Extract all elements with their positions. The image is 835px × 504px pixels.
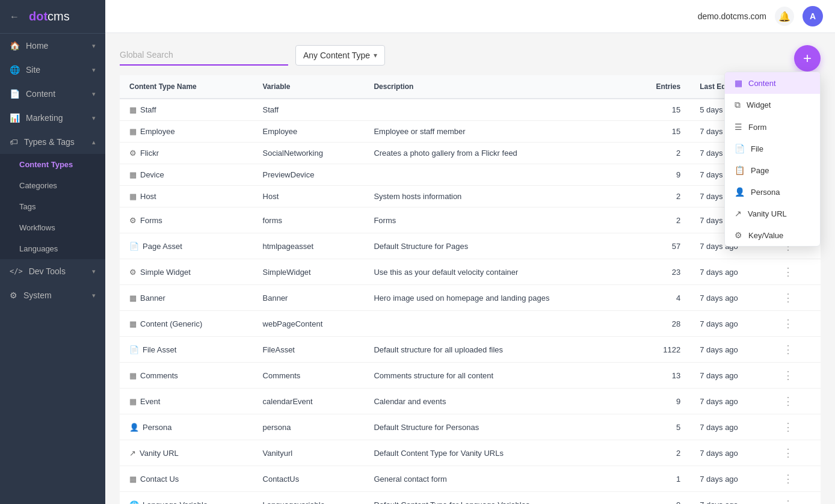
sidebar-item-categories[interactable]: Categories	[0, 175, 105, 196]
row-more-button[interactable]: ⋮	[779, 316, 797, 331]
key-value-icon: ⚙	[735, 230, 742, 240]
cell-variable: SimpleWidget	[253, 259, 365, 285]
cell-more: ⋮	[769, 363, 821, 389]
cell-entries: 1	[630, 466, 690, 492]
sidebar-logo: ← dotcms	[0, 0, 105, 34]
sidebar-item-workflows[interactable]: Workflows	[0, 217, 105, 238]
cell-name: ▦Comments	[120, 363, 253, 389]
cell-name: ▦Contact Us	[120, 466, 253, 492]
dropdown-arrow-icon: ▾	[374, 51, 377, 60]
col-variable: Variable	[253, 75, 365, 99]
col-entries: Entries	[630, 75, 690, 99]
sidebar-item-types-tags[interactable]: 🏷Types & Tags ▴	[0, 130, 105, 154]
row-type-icon: ▦	[129, 293, 137, 303]
cell-more: ⋮	[769, 492, 821, 505]
cell-name: ↗Vanity URL	[120, 440, 253, 466]
notifications-button[interactable]: 🔔	[775, 7, 794, 26]
cell-name: 📄Page Asset	[120, 233, 253, 259]
row-type-icon: 👤	[129, 423, 139, 432]
avatar[interactable]: A	[803, 6, 823, 26]
cell-entries: 23	[630, 259, 690, 285]
sidebar-item-site[interactable]: 🌐Site ▾	[0, 58, 105, 82]
cell-variable: ContactUs	[253, 466, 365, 492]
dropdown-item-form[interactable]: ☰ Form	[725, 116, 820, 138]
cell-description: Default Structure for Personas	[364, 414, 630, 440]
cell-last-edited: 7 days ago	[690, 389, 769, 414]
chevron-icon: ▾	[92, 42, 96, 50]
col-description: Description	[364, 75, 630, 99]
logo-cms: cms	[48, 10, 70, 23]
cell-entries: 2	[630, 207, 690, 233]
search-input[interactable]	[120, 45, 288, 66]
row-type-icon: 📄	[129, 242, 139, 251]
cell-variable: PreviewDevice	[253, 164, 365, 186]
row-more-button[interactable]: ⋮	[779, 394, 797, 408]
cell-description: Use this as your default velocity contai…	[364, 259, 630, 285]
cell-entries: 15	[630, 99, 690, 121]
chevron-icon: ▾	[92, 114, 96, 122]
cell-description: Calendar and events	[364, 389, 630, 414]
table-row: ▦Comments Comments Comments structure fo…	[120, 363, 821, 389]
dropdown-item-key-value[interactable]: ⚙ Key/Value	[725, 224, 820, 246]
content-type-dropdown[interactable]: Any Content Type ▾	[295, 45, 385, 66]
cell-last-edited: 7 days ago	[690, 440, 769, 466]
row-more-button[interactable]: ⋮	[779, 497, 797, 504]
cell-description: Forms	[364, 207, 630, 233]
row-type-icon: 🌐	[129, 500, 139, 505]
cell-entries: 4	[630, 285, 690, 311]
row-more-button[interactable]: ⋮	[779, 472, 797, 486]
dropdown-item-page[interactable]: 📋 Page	[725, 159, 820, 181]
sidebar-item-content[interactable]: 📄Content ▾	[0, 82, 105, 106]
sidebar-item-marketing[interactable]: 📊Marketing ▾	[0, 106, 105, 130]
table-row: 👤Persona persona Default Structure for P…	[120, 414, 821, 440]
dropdown-item-widget[interactable]: ⧉ Widget	[725, 94, 820, 116]
dropdown-item-persona[interactable]: 👤 Persona	[725, 181, 820, 203]
sidebar-item-system[interactable]: ⚙System ▾	[0, 283, 105, 307]
row-type-icon: ▦	[129, 371, 137, 380]
cell-name: 🌐Language Variable	[120, 492, 253, 505]
table-row: ⚙Flickr SocialNetworking Creates a photo…	[120, 143, 821, 164]
sidebar-item-content-types[interactable]: Content Types	[0, 154, 105, 175]
row-more-button[interactable]: ⋮	[779, 265, 797, 279]
dropdown-item-file[interactable]: 📄 File	[725, 138, 820, 159]
table-row: ▦Content (Generic) webPageContent 28 7 d…	[120, 311, 821, 337]
form-icon: ☰	[735, 122, 742, 132]
cell-variable: forms	[253, 207, 365, 233]
cell-variable: FileAsset	[253, 337, 365, 363]
row-more-button[interactable]: ⋮	[779, 446, 797, 460]
row-more-button[interactable]: ⋮	[779, 368, 797, 383]
logo-text: dotcms	[29, 10, 70, 23]
add-new-button[interactable]: +	[794, 45, 821, 72]
cell-description: Default Structure for Pages	[364, 233, 630, 259]
cell-description: Creates a photo gallery from a Flickr fe…	[364, 143, 630, 164]
sidebar-item-dev-tools[interactable]: </>Dev Tools ▾	[0, 259, 105, 283]
row-more-button[interactable]: ⋮	[779, 290, 797, 305]
cell-description: Employee or staff member	[364, 121, 630, 143]
row-type-icon: ⚙	[129, 268, 137, 277]
page-icon: 📋	[735, 165, 745, 175]
cell-variable: htmlpageasset	[253, 233, 365, 259]
cell-more: ⋮	[769, 311, 821, 337]
cell-entries: 57	[630, 233, 690, 259]
table-row: ▦Device PreviewDevice 9 7 days a...	[120, 164, 821, 186]
cell-entries: 1122	[630, 337, 690, 363]
row-type-icon: ▦	[129, 105, 137, 114]
sidebar-item-home[interactable]: 🏠Home ▾	[0, 34, 105, 58]
cell-more: ⋮	[769, 389, 821, 414]
row-more-button[interactable]: ⋮	[779, 342, 797, 357]
row-type-icon: ▦	[129, 397, 137, 406]
sidebar-item-tags[interactable]: Tags	[0, 196, 105, 217]
logo-dot: dot	[29, 10, 48, 23]
back-button[interactable]: ←	[10, 11, 19, 22]
cell-name: ▦Event	[120, 389, 253, 414]
cell-description: General contact form	[364, 466, 630, 492]
row-more-button[interactable]: ⋮	[779, 420, 797, 434]
dropdown-item-content[interactable]: ▦ Content	[725, 72, 820, 94]
table-row: ▦Event calendarEvent Calendar and events…	[120, 389, 821, 414]
cell-description: System hosts information	[364, 186, 630, 207]
table-row: ▦Contact Us ContactUs General contact fo…	[120, 466, 821, 492]
table-row: 🌐Language Variable Languagevariable Defa…	[120, 492, 821, 505]
cell-entries: 2	[630, 440, 690, 466]
dropdown-item-vanity-url[interactable]: ↗ Vanity URL	[725, 203, 820, 224]
sidebar-item-languages[interactable]: Languages	[0, 238, 105, 259]
